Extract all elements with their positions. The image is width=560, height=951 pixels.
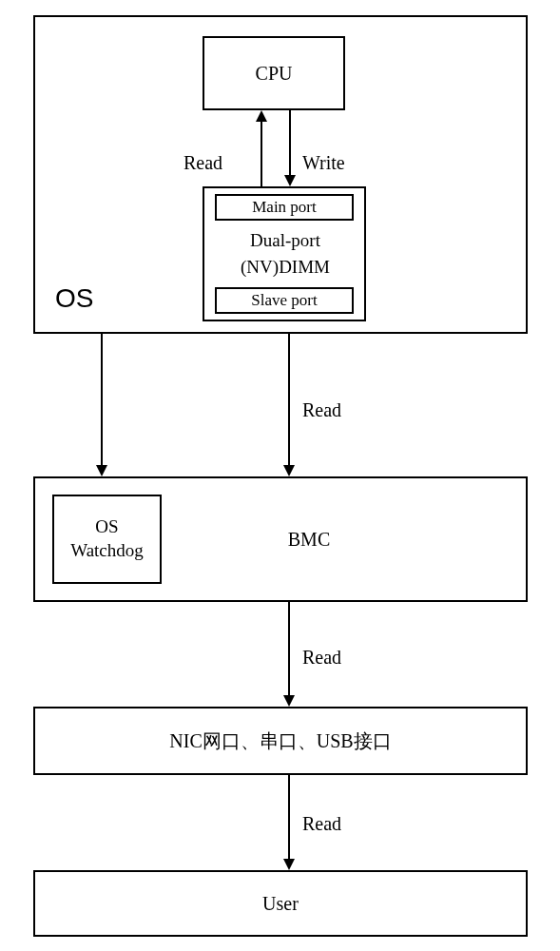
main-port-label: Main port — [252, 198, 317, 217]
watchdog-label-line1: OS — [95, 515, 118, 539]
slave-port-box: Slave port — [215, 287, 354, 314]
svg-marker-1 — [256, 110, 267, 122]
watchdog-label-line2: Watchdog — [70, 539, 144, 563]
dimm-label-line1: Dual-port — [233, 230, 338, 251]
svg-marker-7 — [283, 465, 295, 476]
read-label-nic: Read — [302, 647, 341, 669]
bmc-label: BMC — [288, 529, 330, 551]
watchdog-box: OS Watchdog — [52, 495, 162, 584]
arrow-os-to-watchdog — [92, 334, 111, 476]
svg-marker-9 — [283, 695, 295, 707]
dimm-label-line2: (NV)DIMM — [233, 257, 338, 278]
nic-label: NIC网口、串口、USB接口 — [169, 728, 391, 754]
arrow-nic-to-user — [280, 775, 299, 870]
write-label-cpu: Write — [302, 152, 345, 174]
arrow-dimm-to-bmc — [280, 334, 299, 476]
nic-box: NIC网口、串口、USB接口 — [33, 707, 528, 775]
arrow-bmc-to-nic — [280, 602, 299, 707]
svg-marker-5 — [96, 465, 107, 476]
arrow-cpu-to-dimm — [280, 110, 299, 186]
user-label: User — [262, 893, 299, 915]
svg-marker-11 — [283, 859, 295, 870]
os-label: OS — [55, 283, 93, 314]
read-label-user: Read — [302, 813, 341, 835]
read-label-bmc: Read — [302, 399, 341, 421]
main-port-box: Main port — [215, 194, 354, 221]
slave-port-label: Slave port — [251, 291, 317, 310]
cpu-box: CPU — [203, 36, 345, 110]
cpu-label: CPU — [256, 63, 293, 85]
user-box: User — [33, 870, 528, 937]
read-label-cpu: Read — [183, 152, 222, 174]
svg-marker-3 — [284, 175, 296, 186]
arrow-dimm-to-cpu — [252, 110, 271, 186]
